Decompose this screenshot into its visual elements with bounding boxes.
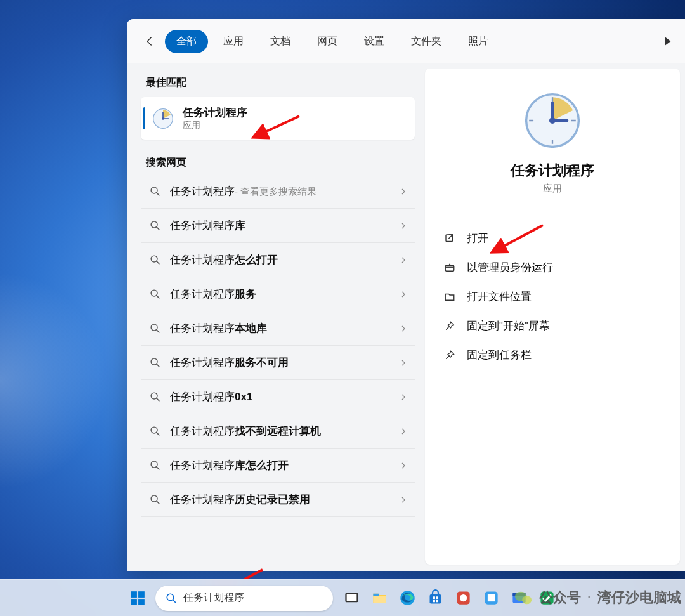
web-result-3[interactable]: 任务计划程序服务 xyxy=(141,277,415,311)
more-tabs-button[interactable] xyxy=(662,36,674,47)
detail-subtitle: 应用 xyxy=(440,183,665,195)
web-result-1[interactable]: 任务计划程序库 xyxy=(141,209,415,243)
detail-pane: 任务计划程序 应用 打开 以管理员身份运行 打开文件位置 固定到"开始"屏幕 固… xyxy=(425,69,680,565)
tab-folders[interactable]: 文件夹 xyxy=(400,30,453,53)
search-panel: 全部 应用 文档 网页 设置 文件夹 照片 最佳匹配 xyxy=(127,19,685,571)
open-icon xyxy=(443,233,457,244)
task-scheduler-icon xyxy=(152,108,174,129)
search-icon xyxy=(150,254,161,265)
edge-button[interactable] xyxy=(394,585,421,612)
svg-line-21 xyxy=(157,467,159,469)
web-result-text: 任务计划程序 0x1 xyxy=(170,390,391,404)
web-result-2[interactable]: 任务计划程序怎么打开 xyxy=(141,243,415,277)
svg-line-23 xyxy=(157,501,159,504)
web-result-text: 任务计划程序服务 xyxy=(170,287,391,301)
chevron-right-icon xyxy=(400,256,408,264)
app-button-1[interactable] xyxy=(450,585,476,612)
svg-rect-49 xyxy=(433,596,435,599)
web-result-5[interactable]: 任务计划程序服务不可用 xyxy=(141,346,415,380)
svg-rect-52 xyxy=(436,600,438,602)
svg-rect-58 xyxy=(512,593,525,596)
best-match-result[interactable]: 任务计划程序 应用 xyxy=(141,97,415,140)
pin-icon xyxy=(443,320,457,332)
web-result-6[interactable]: 任务计划程序 0x1 xyxy=(141,380,415,414)
web-result-text: 任务计划程序找不到远程计算机 xyxy=(170,424,391,438)
tab-settings[interactable]: 设置 xyxy=(353,30,396,53)
file-explorer-button[interactable] xyxy=(366,585,393,612)
web-result-text: 任务计划程序 - 查看更多搜索结果 xyxy=(170,184,391,199)
svg-line-7 xyxy=(157,227,159,230)
svg-line-11 xyxy=(157,296,159,298)
pin-icon xyxy=(443,350,457,361)
svg-rect-51 xyxy=(433,600,435,602)
tab-all[interactable]: 全部 xyxy=(165,30,208,53)
app-button-4[interactable] xyxy=(533,585,560,612)
chevron-right-icon xyxy=(400,462,408,469)
action-open[interactable]: 打开 xyxy=(440,224,665,253)
svg-line-5 xyxy=(157,193,159,195)
svg-line-17 xyxy=(157,398,159,401)
taskbar xyxy=(0,579,685,616)
results-column: 最佳匹配 任务计划程序 应用 搜索网页 xyxy=(138,63,417,565)
svg-rect-45 xyxy=(373,596,386,603)
start-button[interactable] xyxy=(125,586,150,611)
svg-rect-50 xyxy=(436,596,438,599)
store-button[interactable] xyxy=(422,585,448,612)
web-result-7[interactable]: 任务计划程序找不到远程计算机 xyxy=(141,414,415,449)
web-result-text: 任务计划程序库怎么打开 xyxy=(170,458,391,473)
search-icon xyxy=(150,323,161,334)
chevron-right-icon xyxy=(400,393,408,401)
taskview-button[interactable] xyxy=(338,585,365,612)
svg-rect-37 xyxy=(131,591,137,598)
search-icon xyxy=(150,289,161,299)
detail-title: 任务计划程序 xyxy=(440,161,665,180)
svg-rect-39 xyxy=(131,599,137,605)
detail-actions: 打开 以管理员身份运行 打开文件位置 固定到"开始"屏幕 固定到任务栏 xyxy=(440,224,665,370)
search-icon xyxy=(150,494,161,505)
svg-line-13 xyxy=(157,330,159,332)
search-icon xyxy=(150,426,161,436)
taskbar-search-input[interactable] xyxy=(183,593,323,604)
svg-line-42 xyxy=(173,600,175,602)
action-pin-taskbar[interactable]: 固定到任务栏 xyxy=(440,341,665,370)
search-web-heading: 搜索网页 xyxy=(138,152,417,174)
action-admin[interactable]: 以管理员身份运行 xyxy=(440,253,665,282)
web-result-text: 任务计划程序服务不可用 xyxy=(170,355,391,370)
tab-documents[interactable]: 文档 xyxy=(259,30,302,53)
svg-point-54 xyxy=(459,594,466,601)
app-button-3[interactable] xyxy=(506,585,532,612)
search-icon xyxy=(150,391,161,402)
app-button-2[interactable] xyxy=(478,585,504,612)
action-folder[interactable]: 打开文件位置 xyxy=(440,282,665,311)
web-result-8[interactable]: 任务计划程序库怎么打开 xyxy=(141,449,415,483)
svg-rect-44 xyxy=(346,594,356,601)
web-result-9[interactable]: 任务计划程序 历史记录已禁用 xyxy=(141,483,415,517)
web-result-text: 任务计划程序 历史记录已禁用 xyxy=(170,492,391,507)
chevron-right-icon xyxy=(400,359,408,367)
svg-rect-46 xyxy=(373,594,379,596)
chevron-right-icon xyxy=(400,496,408,504)
svg-rect-48 xyxy=(429,594,441,604)
tab-apps[interactable]: 应用 xyxy=(212,30,255,53)
svg-rect-56 xyxy=(487,594,494,601)
action-label: 固定到任务栏 xyxy=(467,348,532,362)
web-results-list: 任务计划程序 - 查看更多搜索结果 任务计划程序库 任务计划程序怎么打开 任务计… xyxy=(138,174,417,517)
chevron-right-icon xyxy=(400,188,408,195)
taskbar-search[interactable] xyxy=(155,586,333,611)
svg-line-15 xyxy=(157,364,159,367)
best-match-heading: 最佳匹配 xyxy=(138,72,417,95)
back-button[interactable] xyxy=(138,30,161,53)
chevron-right-icon xyxy=(400,428,408,435)
web-result-4[interactable]: 任务计划程序本地库 xyxy=(141,311,415,346)
search-icon xyxy=(150,220,161,231)
web-result-text: 任务计划程序本地库 xyxy=(170,321,391,336)
search-panel-header: 全部 应用 文档 网页 设置 文件夹 照片 xyxy=(127,19,685,63)
action-pin[interactable]: 固定到"开始"屏幕 xyxy=(440,311,665,341)
best-match-title: 任务计划程序 xyxy=(183,105,247,120)
tab-web[interactable]: 网页 xyxy=(306,30,349,53)
task-scheduler-icon-large xyxy=(523,91,582,150)
tab-photos[interactable]: 照片 xyxy=(457,30,500,53)
web-result-0[interactable]: 任务计划程序 - 查看更多搜索结果 xyxy=(141,174,415,209)
chevron-right-icon xyxy=(400,222,408,230)
search-icon xyxy=(150,186,161,197)
